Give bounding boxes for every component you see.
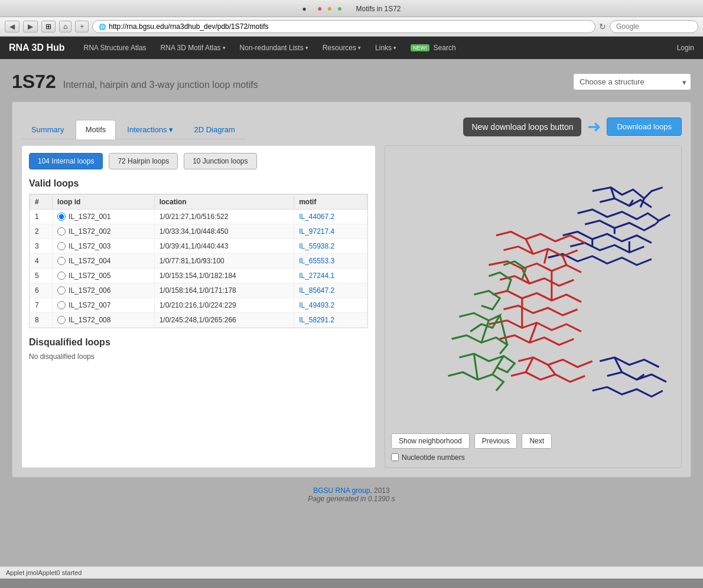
motif-link[interactable]: IL_27244.1 (299, 272, 334, 280)
site-logo[interactable]: RNA 3D Hub (9, 38, 65, 58)
tab-2d-diagram[interactable]: 2D Diagram (184, 120, 245, 139)
loop-radio[interactable] (57, 242, 66, 250)
loop-id-text: IL_1S72_004 (69, 257, 110, 265)
nav-item-search[interactable]: NEW! Search (403, 37, 463, 59)
row-location: 1/0/33:34,1/0/448:450 (154, 224, 294, 239)
disqualified-loops-title: Disqualified loops (29, 337, 368, 348)
tab-motifs[interactable]: Motifs (76, 120, 116, 139)
bgsu-rna-group-link[interactable]: BGSU RNA group (313, 486, 370, 495)
hairpin-loops-button[interactable]: 72 Hairpin loops (109, 153, 178, 169)
row-location: 1/0/245:248,1/0/265:266 (154, 313, 294, 328)
valid-loops-title: Valid loops (29, 178, 368, 189)
loop-radio[interactable] (57, 316, 66, 324)
nav-item-rna-3d-motif-atlas[interactable]: RNA 3D Motif Atlas ▾ (154, 37, 233, 59)
table-row: 5IL_1S72_0051/0/153:154,1/0/182:184IL_27… (30, 269, 367, 283)
show-neighborhood-button[interactable]: Show neighborhood (391, 433, 470, 449)
status-text: Applet jmolApplet0 started (6, 569, 82, 576)
loop-id-text: IL_1S72_007 (69, 301, 110, 309)
choose-structure-select[interactable]: Choose a structure (573, 73, 691, 90)
footer-year: , 2013 (370, 486, 389, 495)
loop-id-text: IL_1S72_008 (69, 316, 110, 324)
browser-toolbar: ◀ ▶ ⊞ ⌂ + 🌐 ↻ (0, 17, 703, 37)
home-button[interactable]: ⌂ (59, 21, 71, 32)
table-row: 4IL_1S72_0041/0/77:81,1/0/93:100IL_65553… (30, 254, 367, 269)
nucleotide-numbers-checkbox[interactable] (391, 453, 399, 461)
status-bar: Applet jmolApplet0 started (0, 566, 703, 579)
row-num: 5 (30, 269, 53, 283)
tab-interactions[interactable]: Interactions ▾ (117, 120, 183, 139)
col-header-location: location (154, 195, 294, 210)
loops-table-wrapper[interactable]: # loop id location motif 1IL_1S72_0011/0… (29, 194, 368, 328)
previous-button[interactable]: Previous (474, 433, 518, 449)
table-row: 2IL_1S72_0021/0/33:34,1/0/448:450IL_9721… (30, 224, 367, 239)
row-loop-id: IL_1S72_003 (53, 239, 155, 254)
tab-summary[interactable]: Summary (21, 120, 74, 139)
motif-link[interactable]: IL_65553.3 (299, 257, 334, 265)
motif-link[interactable]: IL_85647.2 (299, 286, 334, 295)
add-tab-button[interactable]: + (75, 21, 89, 32)
motif-link[interactable]: IL_44067.2 (299, 213, 334, 221)
loop-radio[interactable] (57, 257, 66, 265)
page-header: 1S72 Internal, hairpin and 3-way junctio… (12, 71, 691, 93)
no-disqualified-message: No disqualified loops (29, 352, 368, 361)
row-loop-id: IL_1S72_008 (53, 313, 155, 328)
url-input[interactable] (109, 22, 589, 31)
page-title-section: 1S72 Internal, hairpin and 3-way junctio… (12, 71, 258, 93)
download-loops-button[interactable]: Download loops (607, 117, 682, 136)
row-motif: IL_44067.2 (294, 210, 367, 224)
page-title: 1S72 (12, 71, 56, 93)
row-num: 6 (30, 283, 53, 298)
motif-link[interactable]: IL_97217.4 (299, 227, 334, 236)
row-motif: IL_49493.2 (294, 298, 367, 313)
table-row: 8IL_1S72_0081/0/245:248,1/0/265:266IL_58… (30, 313, 367, 328)
loop-id-text: IL_1S72_002 (69, 227, 110, 236)
nav-item-resources[interactable]: Resources ▾ (315, 37, 368, 59)
nucleotide-numbers-label[interactable]: Nucleotide numbers (391, 453, 675, 462)
earth-icon: 🌐 (99, 24, 106, 30)
internal-loops-button[interactable]: 104 Internal loops (29, 153, 103, 169)
back-button[interactable]: ◀ (5, 21, 19, 32)
motif-link[interactable]: IL_55938.2 (299, 242, 334, 250)
loop-radio[interactable] (57, 227, 66, 236)
refresh-button[interactable]: ↻ (599, 22, 606, 31)
junction-loops-button[interactable]: 10 Junction loops (184, 153, 256, 169)
row-location: 1/0/210:216,1/0/224:229 (154, 298, 294, 313)
loop-radio[interactable] (57, 301, 66, 309)
loop-radio[interactable] (57, 272, 66, 280)
table-row: 3IL_1S72_0031/0/39:41,1/0/440:443IL_5593… (30, 239, 367, 254)
search-input[interactable] (610, 20, 698, 33)
row-motif: IL_97217.4 (294, 224, 367, 239)
browser-title: Motifs in 1S72 (356, 5, 401, 13)
loop-radio[interactable] (57, 213, 66, 221)
row-num: 4 (30, 254, 53, 269)
row-num: 8 (30, 313, 53, 328)
visualization-panel: Show neighborhood Previous Next Nucleoti… (385, 145, 682, 468)
motif-link[interactable]: IL_49493.2 (299, 301, 334, 309)
row-motif: IL_58291.2 (294, 313, 367, 328)
loop-id-text: IL_1S72_005 (69, 272, 110, 280)
loop-radio[interactable] (57, 286, 66, 295)
chevron-down-icon: ▾ (223, 45, 226, 51)
arrow-right-icon: ➜ (587, 117, 601, 136)
col-header-num: # (30, 195, 53, 210)
annotation-row: New download loops button ➜ Download loo… (463, 117, 682, 136)
row-location: 1/0/39:41,1/0/440:443 (154, 239, 294, 254)
nav-item-non-redundant-lists[interactable]: Non-redundant Lists ▾ (233, 37, 315, 59)
chevron-down-icon: ▾ (169, 125, 173, 134)
nav-item-rna-structure-atlas[interactable]: RNA Structure Atlas (77, 37, 154, 59)
page-footer: BGSU RNA group, 2013 Page generated in 0… (12, 478, 691, 512)
nav-item-links[interactable]: Links ▾ (368, 37, 403, 59)
forward-button[interactable]: ▶ (23, 21, 38, 32)
page-content: 1S72 Internal, hairpin and 3-way junctio… (0, 59, 703, 566)
row-loop-id: IL_1S72_006 (53, 283, 155, 298)
chevron-down-icon: ▾ (358, 45, 361, 51)
grid-button[interactable]: ⊞ (41, 21, 56, 32)
page-generated-text: Page generated in 0.1390 s (21, 495, 682, 503)
motif-link[interactable]: IL_58291.2 (299, 316, 334, 324)
table-row: 7IL_1S72_0071/0/210:216,1/0/224:229IL_49… (30, 298, 367, 313)
row-motif: IL_85647.2 (294, 283, 367, 298)
mol-canvas (385, 146, 681, 429)
login-link[interactable]: Login (677, 44, 694, 52)
browser-title-bar: ● ● ● ● Motifs in 1S72 (0, 0, 703, 17)
next-button[interactable]: Next (522, 433, 552, 449)
